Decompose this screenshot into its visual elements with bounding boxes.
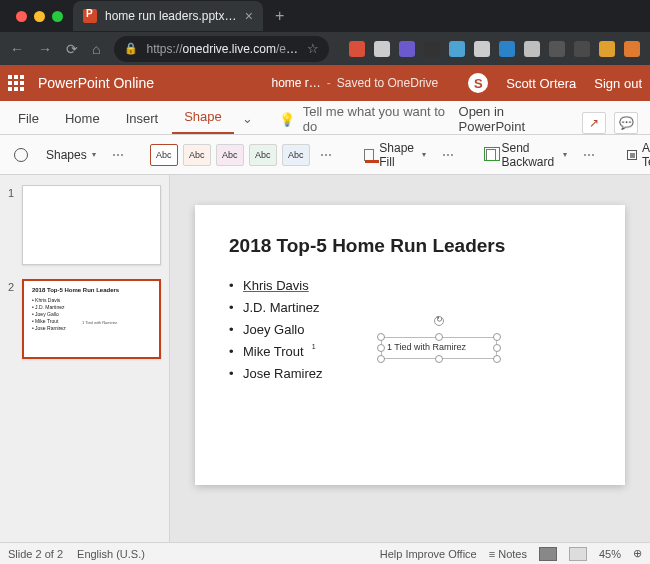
browser-tab[interactable]: home run leaders.pptx - Micro × — [73, 1, 263, 31]
extension-icon-5[interactable] — [474, 41, 490, 57]
thumb-number: 1 — [8, 185, 16, 265]
shape-toolbar: Shapes▾ ⋯ Abc Abc Abc Abc Abc ⋯ Shape Fi… — [0, 135, 650, 175]
resize-handle-br[interactable] — [493, 355, 501, 363]
slide-list-item[interactable]: •Khris Davis — [229, 275, 591, 297]
style-swatch-4[interactable]: Abc — [249, 144, 277, 166]
zoom-level[interactable]: 45% — [599, 548, 621, 560]
extension-icon-4[interactable] — [449, 41, 465, 57]
slideshow-view-button[interactable] — [569, 547, 587, 561]
extension-icon-2[interactable] — [399, 41, 415, 57]
separator: - — [327, 76, 331, 90]
minimize-window-dot[interactable] — [34, 11, 45, 22]
slide-list-item[interactable]: •Jose Ramirez — [229, 363, 591, 385]
fill-icon — [364, 149, 375, 161]
slide-list[interactable]: •Khris Davis•J.D. Martinez•Joey Gallo•Mi… — [229, 275, 591, 385]
resize-handle-tm[interactable] — [435, 333, 443, 341]
normal-view-button[interactable] — [539, 547, 557, 561]
app-titlebar: PowerPoint Online home r… - Saved to One… — [0, 65, 650, 101]
tell-me-search[interactable]: 💡 Tell me what you want to do — [279, 104, 457, 134]
browser-tab-strip: home run leaders.pptx - Micro × + — [0, 0, 650, 32]
thumb-content: 2018 Top-5 Home Run Leaders • Khris Davi… — [24, 281, 159, 343]
bookmark-star-icon[interactable]: ☆ — [307, 41, 319, 56]
alt-text-button[interactable]: Alt Text — [621, 137, 650, 173]
thumbnail-slide-1[interactable] — [22, 185, 161, 265]
rotate-handle[interactable] — [434, 316, 444, 326]
browser-address-bar: ← → ⟳ ⌂ 🔒 https://onedrive.live.com/edit… — [0, 32, 650, 65]
close-window-dot[interactable] — [16, 11, 27, 22]
shape-fill-button[interactable]: Shape Fill▾ — [358, 137, 433, 173]
shapes-dropdown[interactable] — [8, 144, 34, 166]
tab-home[interactable]: Home — [53, 103, 112, 134]
more-styles[interactable]: ⋯ — [316, 148, 338, 162]
slide-indicator[interactable]: Slide 2 of 2 — [8, 548, 63, 560]
style-swatch-3[interactable]: Abc — [216, 144, 244, 166]
resize-handle-bm[interactable] — [435, 355, 443, 363]
extension-icon-1[interactable] — [374, 41, 390, 57]
style-swatch-1[interactable]: Abc — [150, 144, 178, 166]
more-fill[interactable]: ⋯ — [438, 148, 460, 162]
thumb-number: 2 — [8, 279, 16, 359]
tab-file[interactable]: File — [6, 103, 51, 134]
url-bar[interactable]: 🔒 https://onedrive.live.com/edit.aspx?re… — [114, 36, 329, 62]
reload-icon[interactable]: ⟳ — [66, 41, 78, 57]
extension-icon-3[interactable] — [424, 41, 440, 57]
ribbon-tabs: File Home Insert Shape ⌄ 💡 Tell me what … — [0, 101, 650, 135]
shapes-button[interactable]: Shapes▾ — [40, 144, 102, 166]
slide-list-item[interactable]: •J.D. Martinez — [229, 297, 591, 319]
resize-handle-tr[interactable] — [493, 333, 501, 341]
resize-handle-mr[interactable] — [493, 344, 501, 352]
document-title-area: home r… - Saved to OneDrive — [271, 76, 438, 90]
forward-icon[interactable]: → — [38, 41, 52, 57]
app-name: PowerPoint Online — [38, 75, 154, 91]
document-name[interactable]: home r… — [271, 76, 320, 90]
send-backward-button[interactable]: Send Backward▾ — [480, 137, 573, 173]
extension-icon-7[interactable] — [524, 41, 540, 57]
ribbon-more-chevron[interactable]: ⌄ — [236, 103, 259, 134]
style-swatches: Abc Abc Abc Abc Abc — [150, 144, 310, 166]
more-arrange[interactable]: ⋯ — [579, 148, 601, 162]
skype-icon[interactable]: S — [468, 73, 488, 93]
notes-toggle[interactable]: ≡ Notes — [489, 548, 527, 560]
selected-textbox[interactable]: 1 Tied with Ramirez — [381, 337, 497, 359]
extension-icon-10[interactable] — [599, 41, 615, 57]
maximize-window-dot[interactable] — [52, 11, 63, 22]
help-improve-link[interactable]: Help Improve Office — [380, 548, 477, 560]
share-button[interactable]: ↗ — [582, 112, 606, 134]
resize-handle-bl[interactable] — [377, 355, 385, 363]
close-tab-icon[interactable]: × — [245, 8, 253, 24]
app-launcher-icon[interactable] — [8, 75, 24, 91]
style-swatch-2[interactable]: Abc — [183, 144, 211, 166]
slide[interactable]: 2018 Top-5 Home Run Leaders •Khris Davis… — [195, 205, 625, 485]
thumb-row-2[interactable]: 2 2018 Top-5 Home Run Leaders • Khris Da… — [0, 279, 169, 359]
language-indicator[interactable]: English (U.S.) — [77, 548, 145, 560]
resize-handle-tl[interactable] — [377, 333, 385, 341]
back-icon[interactable]: ← — [10, 41, 24, 57]
comments-button[interactable]: 💬 — [614, 112, 638, 134]
extension-icon-8[interactable] — [549, 41, 565, 57]
more-shapes[interactable]: ⋯ — [108, 148, 130, 162]
tab-shape[interactable]: Shape — [172, 101, 234, 134]
url-text: https://onedrive.live.com/edit.aspx?resi… — [146, 42, 299, 56]
slide-title[interactable]: 2018 Top-5 Home Run Leaders — [229, 235, 591, 257]
extension-icon-11[interactable] — [624, 41, 640, 57]
thumbnail-slide-2[interactable]: 2018 Top-5 Home Run Leaders • Khris Davi… — [22, 279, 161, 359]
open-in-powerpoint[interactable]: Open in PowerPoint — [459, 104, 570, 134]
extension-icon-0[interactable] — [349, 41, 365, 57]
extension-icon-6[interactable] — [499, 41, 515, 57]
style-swatch-5[interactable]: Abc — [282, 144, 310, 166]
home-icon[interactable]: ⌂ — [92, 41, 100, 57]
thumb-row-1[interactable]: 1 — [0, 185, 169, 265]
status-bar: Slide 2 of 2 English (U.S.) Help Improve… — [0, 542, 650, 564]
main-area: 1 2 2018 Top-5 Home Run Leaders • Khris … — [0, 175, 650, 542]
fit-to-window-icon[interactable]: ⊕ — [633, 547, 642, 560]
user-name[interactable]: Scott Ortera — [506, 76, 576, 91]
tell-me-text: Tell me what you want to do — [303, 104, 457, 134]
save-status: Saved to OneDrive — [337, 76, 438, 90]
tab-insert[interactable]: Insert — [114, 103, 171, 134]
send-backward-icon — [486, 149, 496, 161]
new-tab-button[interactable]: + — [263, 7, 296, 25]
slide-canvas[interactable]: 2018 Top-5 Home Run Leaders •Khris Davis… — [170, 175, 650, 542]
sign-out-link[interactable]: Sign out — [594, 76, 642, 91]
extension-icon-9[interactable] — [574, 41, 590, 57]
resize-handle-ml[interactable] — [377, 344, 385, 352]
